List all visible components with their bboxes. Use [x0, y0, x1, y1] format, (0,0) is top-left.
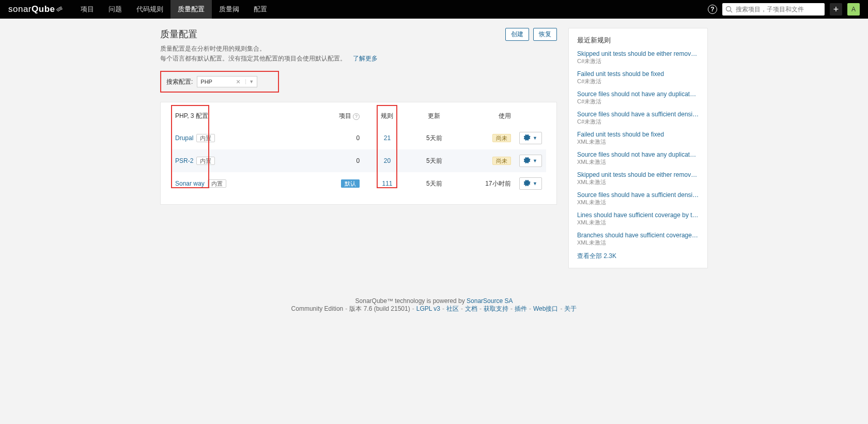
profile-link[interactable]: Sonar way: [175, 180, 205, 187]
logo-text-1: sonar: [8, 4, 32, 14]
rule-meta: XML未激活: [577, 178, 699, 186]
rule-meta: XML未激活: [577, 138, 699, 146]
table-row: Drupal内置0215天前尚未▼: [171, 127, 546, 149]
gear-icon: [524, 134, 531, 142]
main-nav: 项目问题代码规则质量配置质量阈配置: [73, 0, 274, 19]
see-all-link[interactable]: 查看全部 2.3K: [577, 252, 616, 260]
nav-item[interactable]: 项目: [73, 0, 101, 19]
learn-more-link[interactable]: 了解更多: [353, 55, 378, 62]
row-actions-button[interactable]: ▼: [519, 177, 542, 190]
page-container: 质量配置 创建 恢复 质量配置是在分析时使用的规则集合。 每个语言都有默认配置。…: [160, 19, 708, 289]
profiles-table: PHP, 3 配置 项目? 规则 更新 使用 Drupal内置0215天前尚未▼…: [171, 112, 546, 195]
cell-used: 尚未: [458, 127, 515, 149]
row-actions-button[interactable]: ▼: [519, 132, 542, 144]
row-actions-button[interactable]: ▼: [519, 155, 542, 167]
chevron-down-icon[interactable]: ▼: [245, 79, 254, 84]
footer-link[interactable]: 插件: [515, 305, 527, 312]
rule-item: Source files should not have any duplica…: [577, 151, 699, 166]
nav-item[interactable]: 问题: [101, 0, 129, 19]
svg-line-1: [731, 11, 733, 13]
rule-link[interactable]: Source files should not have any duplica…: [577, 151, 699, 158]
help-icon[interactable]: ?: [708, 5, 717, 14]
rule-meta: XML未激活: [577, 199, 699, 206]
svg-point-0: [726, 7, 731, 11]
rule-link[interactable]: Source files should not have any duplica…: [577, 90, 699, 98]
rule-meta: C#未激活: [577, 98, 699, 105]
rules-link[interactable]: 20: [384, 157, 391, 164]
rule-link[interactable]: Skipped unit tests should be either remo…: [577, 50, 699, 57]
restore-profile-button[interactable]: 恢复: [533, 28, 557, 41]
rule-link[interactable]: Failed unit tests should be fixed: [577, 70, 699, 78]
help-icon[interactable]: ?: [353, 113, 360, 120]
col-rules: 规则: [381, 112, 393, 119]
rule-item: Failed unit tests should be fixedC#未激活: [577, 70, 699, 85]
page-header: 质量配置 创建 恢复: [160, 28, 557, 41]
col-projects: 项目?: [306, 112, 364, 127]
rule-item: Skipped unit tests should be either remo…: [577, 50, 699, 65]
language-select[interactable]: PHP × ▼: [197, 76, 257, 87]
nav-item[interactable]: 配置: [246, 0, 274, 19]
footer-link[interactable]: Web接口: [533, 305, 558, 312]
recent-rules-list: Skipped unit tests should be either remo…: [577, 50, 699, 247]
global-search: [722, 3, 825, 16]
search-input[interactable]: [722, 3, 825, 16]
nav-item[interactable]: 代码规则: [129, 0, 171, 19]
create-button[interactable]: +: [830, 3, 842, 16]
sonarsource-link[interactable]: SonarSource SA: [467, 297, 513, 305]
rule-link[interactable]: Source files should have a sufficient de…: [577, 191, 699, 199]
rules-link[interactable]: 21: [384, 134, 391, 142]
sidebar: 最近新规则 Skipped unit tests should be eithe…: [568, 28, 708, 268]
main-content: 质量配置 创建 恢复 质量配置是在分析时使用的规则集合。 每个语言都有默认配置。…: [160, 28, 557, 205]
rule-item: Source files should have a sufficient de…: [577, 111, 699, 126]
rule-meta: XML未激活: [577, 239, 699, 247]
rule-link[interactable]: Branches should have sufficient coverage…: [577, 232, 699, 239]
rule-item: Branches should have sufficient coverage…: [577, 232, 699, 247]
logo[interactable]: sonarQube: [8, 4, 63, 14]
lgpl-link[interactable]: LGPL v3: [416, 305, 440, 312]
profile-link[interactable]: PSR-2: [175, 157, 193, 164]
rules-link[interactable]: 111: [382, 180, 392, 187]
clear-icon[interactable]: ×: [235, 78, 241, 86]
language-filter: 搜索配置: PHP × ▼: [160, 71, 279, 93]
profile-link[interactable]: Drupal: [175, 134, 193, 142]
default-badge: 默认: [341, 179, 360, 188]
footer-link[interactable]: 文档: [465, 305, 477, 312]
profiles-panel: PHP, 3 配置 项目? 规则 更新 使用 Drupal内置0215天前尚未▼…: [160, 102, 557, 205]
cell-used: 17小时前: [458, 172, 515, 195]
nav-item[interactable]: 质量阈: [212, 0, 246, 19]
rule-item: Skipped unit tests should be either remo…: [577, 171, 699, 186]
footer-link[interactable]: 关于: [564, 305, 577, 312]
footer-link[interactable]: 社区: [446, 305, 459, 312]
page-description: 质量配置是在分析时使用的规则集合。 每个语言都有默认配置。没有指定其他配置的项目…: [160, 44, 557, 64]
footer-links: Community Edition-版本 7.6 (build 21501)-L…: [0, 305, 868, 313]
header-actions: 创建 恢复: [505, 28, 557, 41]
builtin-badge: 内置: [196, 134, 215, 142]
gear-icon: [524, 157, 531, 165]
rule-meta: C#未激活: [577, 57, 699, 65]
builtin-badge: 内置: [196, 157, 215, 165]
rule-item: Source files should have a sufficient de…: [577, 191, 699, 206]
rule-meta: XML未激活: [577, 158, 699, 166]
create-profile-button[interactable]: 创建: [505, 28, 529, 41]
rule-link[interactable]: Skipped unit tests should be either remo…: [577, 171, 699, 178]
builtin-badge: 内置: [208, 179, 226, 188]
language-select-value: PHP: [200, 79, 212, 85]
logo-waves-icon: [56, 4, 63, 14]
never-badge: 尚未: [492, 157, 511, 165]
rule-meta: C#未激活: [577, 118, 699, 126]
never-badge: 尚未: [492, 134, 511, 142]
cell-projects: 0: [306, 149, 364, 172]
col-language: PHP, 3 配置: [175, 112, 208, 119]
cell-projects: 默认: [306, 172, 364, 195]
chevron-down-icon: ▼: [533, 158, 537, 163]
avatar[interactable]: A: [847, 3, 860, 16]
table-row: Sonar way内置默认1115天前17小时前▼: [171, 172, 546, 195]
cell-used: 尚未: [458, 149, 515, 172]
rule-link[interactable]: Failed unit tests should be fixed: [577, 131, 699, 138]
footer-link[interactable]: 获取支持: [484, 305, 508, 312]
nav-item[interactable]: 质量配置: [171, 0, 212, 19]
topbar-right: ? + A: [708, 3, 860, 16]
rule-link[interactable]: Source files should have a sufficient de…: [577, 111, 699, 118]
rule-link[interactable]: Lines should have sufficient coverage by…: [577, 211, 699, 219]
topbar-left: sonarQube 项目问题代码规则质量配置质量阈配置: [8, 0, 274, 19]
